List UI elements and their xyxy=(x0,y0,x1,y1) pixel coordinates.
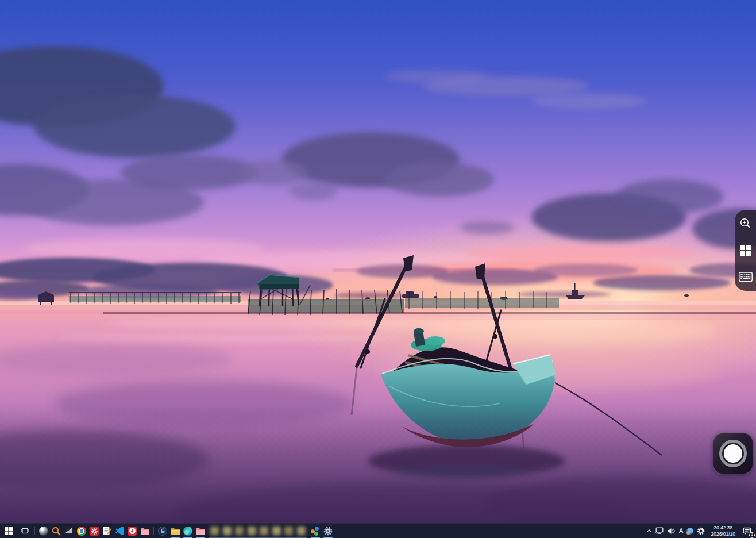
start-button[interactable] xyxy=(0,524,17,538)
vscode-icon xyxy=(115,526,125,536)
keyboard-icon xyxy=(739,272,753,282)
chrome-icon xyxy=(77,527,86,536)
color-dot-tray-app[interactable] xyxy=(685,524,695,538)
app-settings-gear[interactable] xyxy=(322,524,334,538)
ime-indicator[interactable]: A xyxy=(677,524,685,538)
wallpaper-image xyxy=(0,0,756,538)
pink-folder-icon xyxy=(140,527,150,535)
app-notepad[interactable] xyxy=(101,524,113,538)
network-ethernet-icon xyxy=(655,527,664,535)
app-lock[interactable] xyxy=(156,524,169,538)
blurred-icon xyxy=(248,527,256,535)
sphere-app-icon xyxy=(39,527,48,536)
clock-date: 2026/01/10 xyxy=(711,531,735,537)
hidden-icons-chevron[interactable] xyxy=(645,524,654,538)
blurred-icon xyxy=(297,527,306,535)
desktop: A 20:42:38 2026/01/10 xyxy=(0,0,756,538)
gear-icon xyxy=(697,527,705,535)
system-tray: A 20:42:38 2026/01/10 xyxy=(645,524,756,538)
speaker-icon xyxy=(667,528,676,535)
app-folder-pink[interactable] xyxy=(138,524,151,538)
chevron-up-icon xyxy=(646,529,652,533)
assistive-ring xyxy=(719,440,747,467)
volume-tray-button[interactable] xyxy=(665,524,677,538)
blurred-icon xyxy=(272,527,281,535)
blurred-icon xyxy=(210,527,219,535)
downloader-icon xyxy=(128,527,137,536)
zoom-magnifier-icon xyxy=(739,217,752,230)
orange-magnifier-icon xyxy=(52,527,61,536)
app-orange-search[interactable] xyxy=(50,524,63,538)
windows-logo-icon xyxy=(5,527,13,535)
app-red-pattern[interactable] xyxy=(88,524,101,538)
action-center-button[interactable]: 1 xyxy=(739,524,754,538)
task-view-icon xyxy=(21,527,29,535)
gear-app-icon xyxy=(323,527,333,536)
red-pattern-app-icon xyxy=(90,527,99,536)
pink-folder-icon xyxy=(196,527,206,535)
blurred-icon xyxy=(260,527,268,535)
app-chrome[interactable] xyxy=(75,524,88,538)
window-grid-button[interactable] xyxy=(738,243,753,258)
taskbar: A 20:42:38 2026/01/10 xyxy=(0,523,756,538)
notepad-icon xyxy=(102,527,111,536)
floating-toolbar xyxy=(735,210,756,291)
network-tray-button[interactable] xyxy=(654,524,665,538)
color-gem-icon xyxy=(311,527,320,536)
grid-icon xyxy=(740,245,751,256)
blurred-icon xyxy=(284,527,293,535)
settings-tray-button[interactable] xyxy=(695,524,707,538)
app-vscode[interactable] xyxy=(113,524,126,538)
blurred-app-group[interactable] xyxy=(207,524,309,538)
app-downloader[interactable] xyxy=(126,524,138,538)
taskbar-clock[interactable]: 20:42:38 2026/01/10 xyxy=(707,524,739,538)
file-explorer-icon xyxy=(171,527,180,535)
task-view-button[interactable] xyxy=(17,524,32,538)
notification-badge: 1 xyxy=(749,532,755,538)
assistive-touch-button[interactable] xyxy=(713,433,753,474)
zoom-tool-button[interactable] xyxy=(738,216,753,231)
app-edge[interactable] xyxy=(182,524,194,538)
app-color-gem[interactable] xyxy=(309,524,322,538)
taskbar-separator xyxy=(34,527,35,535)
app-sphere[interactable] xyxy=(37,524,50,538)
blurred-icon xyxy=(223,527,232,535)
blue-orange-dot-icon xyxy=(686,528,693,535)
taskbar-separator xyxy=(153,527,154,535)
ime-label: A xyxy=(679,528,683,534)
app-screen-monitor[interactable] xyxy=(63,524,75,538)
lock-app-icon xyxy=(158,527,167,536)
virtual-keyboard-button[interactable] xyxy=(738,270,753,285)
app-folder-pink-2[interactable] xyxy=(194,524,207,538)
clock-time: 20:42:38 xyxy=(711,525,735,531)
assistive-dot xyxy=(724,444,742,463)
blurred-icon xyxy=(235,527,244,535)
edge-icon xyxy=(183,527,192,536)
monitor-app-icon xyxy=(64,527,74,536)
app-file-explorer[interactable] xyxy=(169,524,182,538)
